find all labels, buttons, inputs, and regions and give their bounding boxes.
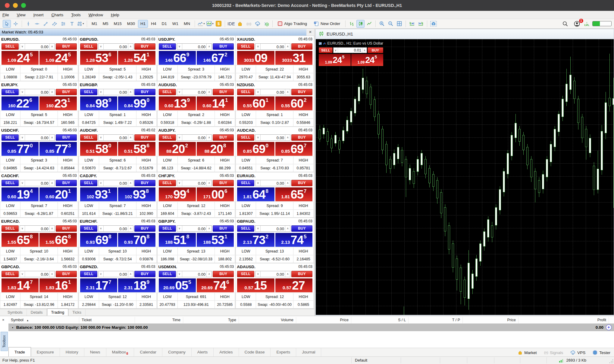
volume-decrease-icon[interactable]: ∨	[255, 271, 261, 277]
volume-value[interactable]: 0.00	[261, 271, 285, 277]
buy-price[interactable]: 2.31189	[118, 278, 155, 292]
sell-price[interactable]: 0.55601	[237, 96, 274, 110]
sell-price[interactable]: 1.28536	[80, 51, 117, 65]
sell-price[interactable]: 2.13732	[237, 233, 274, 247]
zoom-out-button[interactable]	[387, 20, 395, 28]
volume-increase-icon[interactable]: ∧	[49, 89, 55, 95]
volume-value[interactable]: 0.00	[25, 226, 49, 231]
timeframe-h1-button[interactable]: H1	[138, 20, 148, 28]
column-header-tp[interactable]: T / P	[409, 317, 463, 323]
volume-increase-icon[interactable]: ∧	[285, 226, 290, 231]
volume-spinner[interactable]: ∨0.00∧	[255, 89, 290, 95]
sell-price[interactable]: 160226	[2, 96, 39, 110]
horizontal-line-tool-button[interactable]	[33, 20, 41, 28]
volume-value[interactable]: 0.00	[261, 44, 285, 49]
toolbox-tab-news[interactable]: News	[84, 348, 106, 356]
sell-button[interactable]: SELL	[237, 134, 254, 141]
buy-price[interactable]: 1.83161	[39, 278, 77, 292]
buy-button[interactable]: BUY	[56, 89, 77, 95]
buy-button[interactable]: BUY	[213, 43, 234, 50]
volume-spinner[interactable]: ∨0.00∧	[20, 225, 55, 232]
volume-value[interactable]: 0.00	[25, 271, 49, 277]
new-order-button[interactable]: New Order	[311, 20, 343, 28]
volume-decrease-icon[interactable]: ∨	[99, 44, 104, 49]
timeframe-w1-button[interactable]: W1	[170, 20, 181, 28]
buy-button[interactable]: BUY	[134, 134, 155, 141]
buy-button[interactable]: BUY	[134, 271, 155, 277]
add-order-plus-icon[interactable]: +	[606, 325, 612, 330]
volume-increase-icon[interactable]: ∧	[49, 271, 55, 277]
volume-value[interactable]: 0.00	[182, 135, 207, 140]
menu-window[interactable]: Window	[89, 13, 103, 17]
one-click-buy-button[interactable]: BUY	[368, 47, 383, 53]
buy-price[interactable]: 102938	[118, 187, 155, 201]
tab-vps[interactable]: VPS	[570, 350, 585, 355]
buy-price[interactable]: 0.51586	[118, 142, 155, 156]
resize-grip[interactable]	[609, 359, 613, 363]
volume-increase-icon[interactable]: ∧	[128, 135, 133, 140]
volume-spinner[interactable]: ∨0.00∧	[255, 225, 290, 232]
volume-value[interactable]: 0.00	[261, 226, 285, 231]
close-window-button[interactable]	[5, 3, 10, 8]
column-header-profit[interactable]: Profit	[518, 317, 609, 323]
volume-increase-icon[interactable]: ∧	[206, 226, 211, 231]
tab-market[interactable]: Market	[518, 350, 537, 355]
timeframe-m15-button[interactable]: M15	[111, 20, 124, 28]
market-store-button[interactable]	[236, 20, 244, 28]
buy-button[interactable]: BUY	[213, 225, 234, 232]
volume-decrease-icon[interactable]: ∨	[99, 226, 104, 231]
buy-price[interactable]: 171006	[197, 187, 234, 201]
volume-value[interactable]: 0.00	[25, 44, 49, 49]
volume-decrease-icon[interactable]: ∨	[255, 226, 261, 231]
sell-button[interactable]: SELL	[2, 180, 19, 186]
volume-increase-icon[interactable]: ∧	[285, 180, 290, 186]
sell-button[interactable]: SELL	[80, 134, 97, 141]
level-indicator[interactable]: ↑LVL	[584, 21, 589, 26]
sell-button[interactable]: SELL	[237, 180, 254, 186]
toolbox-tab-history[interactable]: History	[60, 348, 84, 356]
volume-spinner[interactable]: ∨0.00∧	[20, 43, 55, 50]
buy-button[interactable]: BUY	[291, 89, 312, 95]
buy-price[interactable]: 303331	[275, 51, 312, 65]
volume-value[interactable]: 0.00	[104, 271, 128, 277]
volume-spinner[interactable]: ∨0.00∧	[255, 271, 290, 277]
menu-help[interactable]: Help	[111, 13, 119, 17]
volume-decrease-icon[interactable]: ∨	[177, 180, 182, 186]
shapes-tool-button[interactable]: ▾	[77, 20, 85, 28]
volume-increase-icon[interactable]: ∧	[206, 135, 211, 140]
volume-decrease-icon[interactable]: ∨	[99, 89, 104, 95]
account-button[interactable]: 1	[573, 20, 581, 28]
volume-increase-icon[interactable]: ∧	[285, 44, 290, 49]
buy-price[interactable]: 2.13745	[275, 233, 312, 247]
buy-button[interactable]: BUY	[134, 43, 155, 50]
sell-price[interactable]: 2.31177	[80, 278, 117, 292]
volume-value[interactable]: 0.00	[104, 226, 128, 231]
toolbox-tab-exposure[interactable]: Exposure	[31, 348, 60, 356]
volume-increase-icon[interactable]: ∧	[128, 226, 133, 231]
candlestick-mode-button[interactable]	[356, 20, 365, 28]
toolbox-tab-experts[interactable]: Experts	[271, 348, 296, 356]
quotes-table-icon[interactable]	[319, 42, 322, 46]
volume-spinner[interactable]: ∨0.00∧	[255, 180, 290, 186]
volume-spinner[interactable]: ∨0.00∧	[20, 180, 55, 186]
volume-value[interactable]: 0.00	[104, 44, 128, 49]
buy-button[interactable]: BUY	[213, 271, 234, 277]
volume-decrease-icon[interactable]: ∨	[99, 135, 104, 140]
mini-chart-icon[interactable]	[323, 42, 326, 46]
one-click-sell-button[interactable]: SELL	[319, 47, 333, 53]
volume-decrease-icon[interactable]: ∨	[177, 271, 182, 277]
sell-price[interactable]: 0.85690	[237, 142, 274, 156]
buy-button[interactable]: BUY	[56, 43, 77, 50]
volume-value[interactable]: 0.00	[261, 89, 285, 95]
buy-button[interactable]: BUY	[56, 271, 77, 277]
toolbox-tab-mailbox[interactable]: Mailbox8	[106, 348, 134, 356]
buy-button[interactable]: BUY	[134, 225, 155, 232]
volume-value[interactable]: 0.00	[25, 89, 49, 95]
sell-button[interactable]: SELL	[237, 89, 254, 95]
volume-decrease-icon[interactable]: ∨	[334, 48, 338, 53]
sell-button[interactable]: SELL	[159, 134, 176, 141]
buy-button[interactable]: BUY	[56, 180, 77, 186]
volume-spinner[interactable]: ∨0.00∧	[98, 89, 133, 95]
menu-file[interactable]: File	[2, 13, 9, 17]
volume-spinner[interactable]: ∨0.00∧	[177, 225, 212, 232]
